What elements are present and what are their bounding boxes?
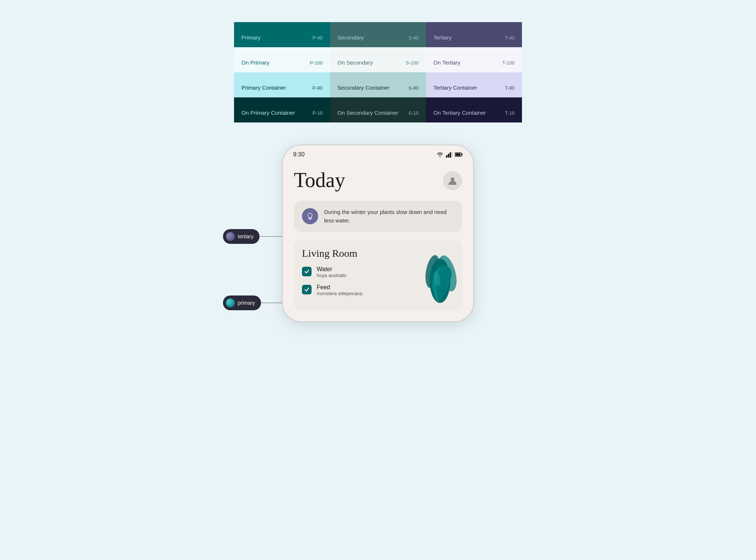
primary-container-code: P-90: [313, 85, 323, 91]
phone-header: Today: [294, 168, 462, 192]
palette-grid: Primary P-40 Secondary S-40 Tertiary T-4…: [234, 22, 522, 122]
status-bar: 9:30: [283, 145, 473, 161]
primary-annotation-label: primary: [223, 295, 261, 310]
room-card: Living Room Water hoya australis: [294, 239, 462, 310]
svg-point-9: [451, 177, 454, 181]
on-primary-container-code: P-10: [313, 110, 323, 116]
color-palette-section: Primary P-40 Secondary S-40 Tertiary T-4…: [234, 22, 522, 122]
plant-illustration: [418, 251, 458, 310]
on-secondary-label: On Secondary: [337, 59, 373, 66]
tertiary-annotation-label: tertiary: [223, 229, 260, 244]
signal-icon: [446, 152, 453, 158]
primary-container-label: Primary Container: [241, 84, 286, 91]
secondary-code: S-40: [409, 35, 419, 41]
secondary-container-code: S-90: [409, 85, 419, 91]
user-icon: [448, 176, 457, 186]
task-sub-1: hoya australis: [317, 273, 346, 278]
avatar-button[interactable]: [443, 171, 462, 190]
secondary-container-cell: Secondary Container S-90: [330, 72, 426, 97]
phone-frame: 9:30: [282, 145, 474, 322]
task-checkbox-2[interactable]: [302, 285, 312, 294]
secondary-40-cell: Secondary S-40: [330, 22, 426, 47]
tertiary-dot: [226, 232, 235, 241]
tertiary-code: T-40: [505, 35, 515, 41]
primary-dot: [226, 298, 235, 307]
wifi-icon: [436, 152, 444, 158]
tertiary-annotation-text: tertiary: [238, 234, 254, 239]
tip-text: During the winter your plants slow down …: [324, 208, 454, 225]
primary-container-cell: Primary Container P-90: [234, 72, 330, 97]
tip-card: During the winter your plants slow down …: [294, 201, 462, 232]
on-tertiary-container-label: On Tertiary Container: [433, 110, 486, 116]
lightbulb-icon: [306, 212, 314, 220]
today-title: Today: [294, 168, 345, 192]
task-sub-2: monstera siltepecana: [317, 291, 362, 296]
task-text-1: Water hoya australis: [317, 266, 346, 278]
svg-rect-5: [451, 152, 453, 158]
primary-annotation-text: primary: [238, 300, 255, 306]
task-main-2: Feed: [317, 284, 362, 291]
svg-rect-3: [448, 154, 449, 158]
phone-section: tertiary primary 9:30: [212, 145, 544, 322]
tip-icon: [302, 208, 318, 224]
on-secondary-container-cell: On Secondary Container S-10: [330, 97, 426, 122]
on-tertiary-label: On Tertiary: [433, 59, 460, 66]
task-main-1: Water: [317, 266, 346, 273]
svg-rect-4: [450, 152, 451, 158]
tertiary-container-label: Tertiary Container: [433, 84, 477, 91]
on-tertiary-container-cell: On Tertiary Container T-10: [426, 97, 522, 122]
tertiary-container-cell: Tertiary Container T-90: [426, 72, 522, 97]
plant-svg: [418, 251, 458, 310]
phone-content: Today During the winter you: [283, 161, 473, 321]
check-icon-2: [304, 287, 310, 293]
task-text-2: Feed monstera siltepecana: [317, 284, 362, 296]
secondary-container-label: Secondary Container: [337, 84, 389, 91]
primary-code: P-40: [313, 35, 323, 41]
check-icon-1: [304, 269, 310, 274]
primary-40-cell: Primary P-40: [234, 22, 330, 47]
on-primary-label: On Primary: [241, 59, 269, 66]
on-secondary-container-code: S-10: [409, 110, 419, 116]
svg-rect-8: [456, 153, 461, 156]
on-primary-code: P-100: [310, 60, 323, 66]
on-secondary-code: S-100: [406, 60, 419, 66]
on-primary-container-cell: On Primary Container P-10: [234, 97, 330, 122]
svg-rect-2: [446, 155, 447, 158]
on-secondary-container-label: On Secondary Container: [337, 110, 398, 116]
status-time: 9:30: [293, 151, 305, 158]
task-checkbox-1[interactable]: [302, 267, 312, 276]
on-tertiary-code: T-100: [502, 60, 515, 66]
on-primary-cell: On Primary P-100: [234, 47, 330, 72]
on-secondary-cell: On Secondary S-100: [330, 47, 426, 72]
on-tertiary-cell: On Tertiary T-100: [426, 47, 522, 72]
status-icons: [436, 152, 463, 158]
on-primary-container-label: On Primary Container: [241, 110, 295, 116]
battery-icon: [455, 152, 463, 157]
secondary-label: Secondary: [337, 34, 364, 41]
tertiary-label: Tertiary: [433, 34, 451, 41]
svg-rect-7: [462, 154, 463, 156]
tertiary-40-cell: Tertiary T-40: [426, 22, 522, 47]
primary-label: Primary: [241, 34, 261, 41]
on-tertiary-container-code: T-10: [505, 110, 515, 116]
tertiary-container-code: T-90: [505, 85, 515, 91]
